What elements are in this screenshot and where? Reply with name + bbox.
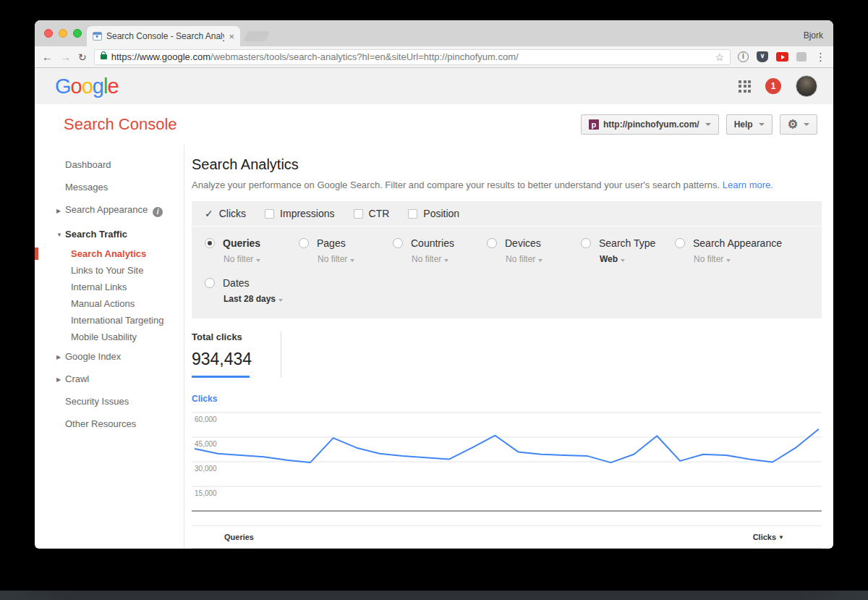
dimension-countries: CountriesNo filter [393,237,487,264]
dimension-radio-countries[interactable]: Countries [393,237,487,249]
browser-tab[interactable]: Search Console - Search Analy × [87,26,240,46]
apps-grid-icon[interactable] [739,80,751,93]
metric-toggle-position[interactable]: Position [408,208,459,219]
sidebar-item-internal-links[interactable]: Internal Links [35,279,184,295]
dimension-search-appearance: Search AppearanceNo filter [675,237,782,264]
dimension-pages: PagesNo filter [299,237,393,264]
sidebar-item-label: Google Index [65,351,121,362]
dimension-radio-pages[interactable]: Pages [299,237,393,249]
reload-icon[interactable]: ↻ [78,51,87,63]
dimension-radio-queries[interactable]: Queries [205,237,299,249]
back-button-icon[interactable]: ← [42,51,53,62]
sidebar-item-label: Messages [65,182,108,193]
bookmark-star-icon[interactable]: ☆ [715,51,724,63]
sidebar-item-google-index[interactable]: ▶Google Index [35,345,184,368]
metric-toggle-clicks[interactable]: ✓Clicks [205,208,246,219]
sidebar: DashboardMessages▶Search Appearancei▼Sea… [35,145,184,549]
metric-label: Clicks [219,208,246,219]
metric-label: Impressions [280,208,334,219]
radio-selected-icon [205,238,215,248]
dimensions-row: QueriesNo filterPagesNo filterCountriesN… [192,227,822,264]
radio-icon [675,238,685,248]
sidebar-item-search-traffic[interactable]: ▼Search Traffic [35,223,184,245]
sidebar-item-manual-actions[interactable]: Manual Actions [35,295,184,312]
filter-dropdown-queries[interactable]: No filter [224,254,299,264]
help-button[interactable]: Help [726,114,773,135]
sidebar-item-security-issues[interactable]: Security Issues [35,390,184,413]
chevron-expanded-icon: ▼ [56,231,62,237]
google-logo-letter: o [71,75,82,98]
filter-value: No filter [224,254,253,264]
dimension-radio-search-appearance[interactable]: Search Appearance [675,237,782,249]
window-zoom-button[interactable] [73,29,82,38]
info-extension-icon[interactable]: i [738,51,749,62]
sidebar-item-mobile-usability[interactable]: Mobile Usability [35,329,184,345]
filter-dropdown-devices[interactable]: No filter [506,254,581,264]
browser-menu-icon[interactable]: ⋮ [815,51,826,64]
metric-toggle-ctr[interactable]: CTR [354,208,390,219]
filter-value: No filter [694,254,723,264]
chevron-down-icon [278,299,283,302]
chevron-down-icon [705,123,711,126]
tab-close-icon[interactable]: × [229,31,234,42]
dimension-radio-dates[interactable]: Dates [205,277,809,289]
google-logo-letter: G [55,75,71,98]
sidebar-item-messages[interactable]: Messages [35,176,184,198]
sidebar-item-search-appearance[interactable]: ▶Search Appearancei [35,198,184,223]
chevron-down-icon [350,259,354,262]
sidebar-item-label: Mobile Usability [71,331,137,342]
sidebar-item-search-analytics[interactable]: Search Analytics [35,245,184,262]
google-logo[interactable]: Google [55,75,119,98]
chevron-down-icon [256,259,260,262]
pocket-extension-icon[interactable]: ∨ [757,51,768,62]
sidebar-item-crawl[interactable]: ▶Crawl [35,368,184,390]
sidebar-item-label: Security Issues [65,396,129,407]
sidebar-item-dashboard[interactable]: Dashboard [35,153,184,176]
metric-toggle-impressions[interactable]: Impressions [265,208,334,219]
site-selector-button[interactable]: p http://pinchofyum.com/ [581,114,719,135]
filter-value: No filter [506,254,535,264]
sidebar-item-links-to-your-site[interactable]: Links to Your Site [35,262,184,279]
new-tab-button[interactable] [244,31,271,41]
page-description: Analyze your performance on Google Searc… [192,179,822,190]
chrome-profile-name[interactable]: Bjork [804,30,833,46]
dimension-devices: DevicesNo filter [487,237,581,264]
google-logo-letter: o [82,75,93,98]
dimension-radio-search-type[interactable]: Search Type [581,237,675,249]
dimension-radio-devices[interactable]: Devices [487,237,581,249]
settings-button[interactable]: ⚙ [780,114,817,135]
avatar[interactable] [796,75,817,97]
forward-button-icon[interactable]: → [60,51,71,62]
learn-more-link[interactable]: Learn more. [723,179,773,190]
clicks-column-header: Clicks [753,533,776,541]
total-clicks-accent [192,376,250,378]
filter-value: No filter [318,254,347,264]
filter-dropdown-dates[interactable]: Last 28 days [224,294,809,304]
total-clicks-card[interactable]: Total clicks 934,434 [192,331,281,378]
window-close-button[interactable] [44,29,53,38]
metrics-row: ✓ClicksImpressionsCTRPosition [192,201,822,227]
radio-icon [581,238,591,248]
dimension-label: Countries [411,237,454,249]
svg-text:45,000: 45,000 [195,440,217,448]
extension-icons: i ∨ [738,51,807,62]
clicks-sort-header[interactable]: Clicks ▼ [753,533,784,541]
dimension-label: Search Appearance [693,237,782,249]
sidebar-item-label: Search Appearance [65,204,148,215]
info-icon[interactable]: i [153,207,163,217]
svg-text:60,000: 60,000 [195,415,217,423]
chevron-collapsed-icon: ▶ [56,353,61,360]
sidebar-item-other-resources[interactable]: Other Resources [35,413,184,435]
sidebar-item-international-targeting[interactable]: International Targeting [35,312,184,329]
disabled-extension-icon[interactable] [796,52,807,62]
notifications-badge[interactable]: 1 [765,78,781,94]
filter-dropdown-countries[interactable]: No filter [412,254,487,264]
filter-panel: ✓ClicksImpressionsCTRPosition QueriesNo … [192,201,822,318]
window-minimize-button[interactable] [59,29,67,38]
filter-dropdown-pages[interactable]: No filter [318,254,393,264]
site-favicon-icon: p [589,119,599,130]
youtube-extension-icon[interactable] [776,52,788,62]
filter-dropdown-search-type[interactable]: Web [600,254,675,264]
address-bar[interactable]: https://www.google.com /webmasters/tools… [94,49,731,65]
filter-dropdown-search-appearance[interactable]: No filter [694,254,782,264]
